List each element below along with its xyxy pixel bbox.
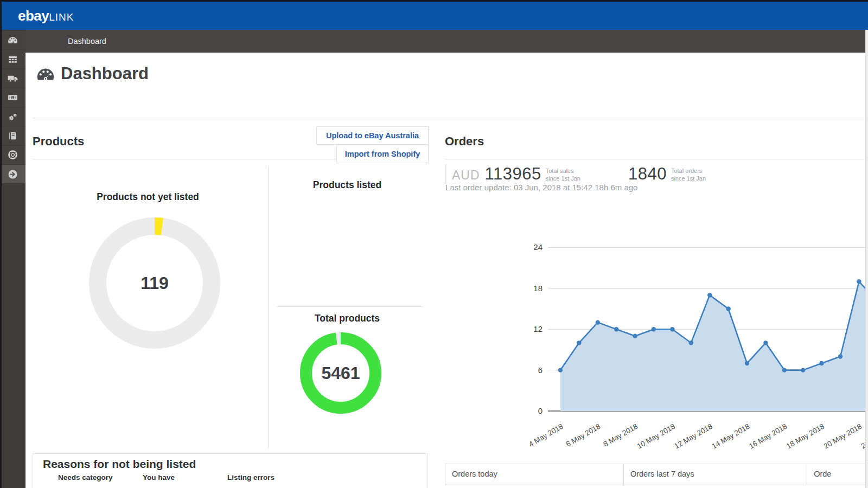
total-orders-caption: Total orders since 1st Jan xyxy=(671,167,706,183)
truck-icon xyxy=(7,73,18,84)
sidebar-item-settings[interactable] xyxy=(0,107,25,126)
breadcrumb[interactable]: Dashboard xyxy=(68,30,106,53)
page-title: Dashboard xyxy=(61,64,149,84)
window-frame-left xyxy=(0,0,2,488)
orders-chart-area: 061218244 May 20186 May 20188 May 201810… xyxy=(510,239,865,466)
total-orders-value: 1840 xyxy=(628,164,667,184)
reasons-col-needs-category: Needs category xyxy=(58,473,113,481)
import-from-shopify-button[interactable]: Import from Shopify xyxy=(336,145,429,163)
svg-text:14 May 2018: 14 May 2018 xyxy=(710,422,751,451)
total-donut-title: Total products xyxy=(269,313,426,324)
svg-text:8 May 2018: 8 May 2018 xyxy=(602,422,640,448)
listed-total-divider xyxy=(277,306,423,307)
sidebar-item-docs[interactable] xyxy=(0,126,25,145)
book-icon xyxy=(7,130,18,142)
reasons-col-listing-errors: Listing errors xyxy=(227,473,275,481)
sidebar: 1 xyxy=(0,30,25,488)
sidebar-item-collapse[interactable] xyxy=(0,165,25,183)
reasons-heading: Reasons for not being listed xyxy=(43,458,196,471)
logo-link: LINK xyxy=(49,11,74,23)
not-listed-donut-title: Products not yet listed xyxy=(33,191,263,203)
svg-text:24: 24 xyxy=(533,242,542,252)
svg-text:18 May 2018: 18 May 2018 xyxy=(785,422,826,451)
svg-text:10 May 2018: 10 May 2018 xyxy=(636,422,676,451)
not-listed-donut-value: 119 xyxy=(89,217,220,349)
orders-last-7-days-header[interactable]: Orders last 7 days xyxy=(623,464,807,485)
orders-today-header[interactable]: Orders today xyxy=(445,464,623,485)
orders-chart: 061218244 May 20186 May 20188 May 201810… xyxy=(510,239,865,466)
svg-text:6: 6 xyxy=(538,365,542,375)
dashboard-icon xyxy=(7,35,18,46)
listed-donut-chart: 5461 xyxy=(300,332,381,414)
last-order-update: Last order update: 03 Jun, 2018 at 15:42… xyxy=(445,183,637,192)
svg-text:1: 1 xyxy=(12,96,14,99)
sidebar-item-listings[interactable] xyxy=(0,50,25,68)
money-icon: 1 xyxy=(7,92,18,103)
breadcrumb-bar: Dashboard xyxy=(25,30,868,53)
svg-text:16 May 2018: 16 May 2018 xyxy=(748,422,788,451)
currency-label: AUD xyxy=(452,168,480,183)
listed-donut-title: Products listed xyxy=(269,179,426,191)
window-frame-top xyxy=(0,0,868,2)
upload-to-ebay-button[interactable]: Upload to eBay Australia xyxy=(316,126,429,145)
products-column-divider xyxy=(268,167,269,448)
not-listed-donut-chart: 119 xyxy=(89,217,220,349)
header-divider xyxy=(33,118,864,118)
reasons-col-you-have: You have xyxy=(143,473,175,481)
top-app-bar: ebayLINK xyxy=(0,0,868,30)
lifering-icon xyxy=(7,149,18,160)
svg-text:20 May 2018: 20 May 2018 xyxy=(822,422,863,451)
sidebar-item-payments[interactable]: 1 xyxy=(0,88,25,107)
orders-third-header[interactable]: Orde xyxy=(807,464,867,485)
gears-icon xyxy=(7,111,18,123)
orders-stats: AUD 113965 Total sales since 1st Jan 184… xyxy=(445,164,706,184)
orders-summary-table: Orders today Orders last 7 days Orde xyxy=(445,464,867,485)
sidebar-item-dashboard[interactable] xyxy=(0,31,25,49)
svg-text:0: 0 xyxy=(538,406,542,415)
svg-text:6 May 2018: 6 May 2018 xyxy=(565,422,602,448)
listed-donut-value: 5461 xyxy=(300,332,381,414)
arrow-circle-right-icon xyxy=(7,169,18,180)
svg-text:4 May 2018: 4 May 2018 xyxy=(527,422,565,448)
logo-ebay: ebay xyxy=(18,8,49,24)
svg-text:12: 12 xyxy=(533,324,542,333)
orders-heading: Orders xyxy=(445,134,484,149)
scrollbar[interactable] xyxy=(865,30,868,488)
products-heading: Products xyxy=(33,134,84,149)
orders-heading-divider xyxy=(445,159,864,159)
total-sales-value: 113965 xyxy=(485,164,541,184)
svg-text:12 May 2018: 12 May 2018 xyxy=(673,422,714,451)
svg-text:18: 18 xyxy=(533,284,542,293)
reasons-panel: Reasons for not being listed Needs categ… xyxy=(33,453,428,488)
total-sales-caption: Total sales since 1st Jan xyxy=(546,167,580,183)
dashboard-gauge-icon xyxy=(35,65,56,85)
sidebar-item-support[interactable] xyxy=(0,146,25,164)
ebay-link-logo: ebayLINK xyxy=(18,8,74,24)
sidebar-item-orders[interactable] xyxy=(0,69,25,88)
table-icon xyxy=(7,54,18,65)
